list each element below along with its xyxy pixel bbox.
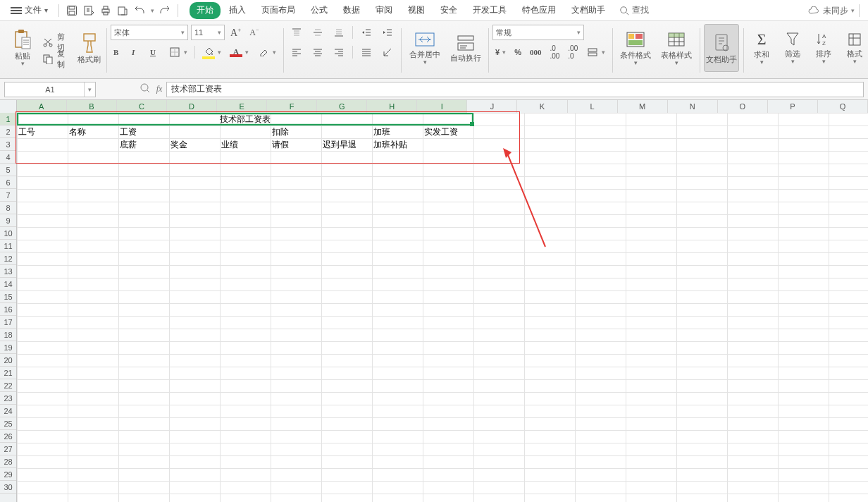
col-header-E[interactable]: E — [217, 100, 267, 113]
cell-C3[interactable]: 底薪 — [118, 138, 137, 151]
filter-button[interactable]: 筛选▾ — [779, 24, 807, 72]
align-right-button[interactable] — [330, 44, 348, 60]
col-header-Q[interactable]: Q — [818, 100, 868, 113]
col-header-J[interactable]: J — [467, 100, 517, 113]
col-header-B[interactable]: B — [67, 100, 117, 113]
cell-F3[interactable]: 请假 — [271, 138, 289, 151]
underline-button[interactable]: U — [147, 44, 163, 60]
print-icon[interactable] — [97, 2, 114, 19]
tab-data[interactable]: 数据 — [336, 2, 367, 19]
spreadsheet-grid[interactable]: ABCDEFGHIJKLMNOPQ 1234567891011121314151… — [0, 100, 868, 502]
col-header-G[interactable]: G — [317, 100, 367, 113]
col-header-P[interactable]: P — [768, 100, 818, 113]
row-header-14[interactable]: 14 — [0, 278, 16, 290]
align-bottom-button[interactable] — [330, 25, 348, 40]
percent-button[interactable]: % — [512, 44, 524, 60]
tab-review[interactable]: 审阅 — [368, 2, 399, 19]
export-icon[interactable] — [114, 2, 131, 19]
border-button[interactable]: ▾ — [166, 44, 190, 60]
file-menu-button[interactable]: 文件 ▾ — [4, 2, 54, 18]
row-header-19[interactable]: 19 — [0, 341, 16, 354]
row-header-28[interactable]: 28 — [0, 455, 16, 468]
row-header-12[interactable]: 12 — [0, 252, 16, 265]
font-name-combo[interactable]: 宋体▾ — [111, 25, 188, 40]
col-header-O[interactable]: O — [718, 100, 768, 113]
col-header-H[interactable]: H — [367, 100, 417, 113]
undo-dropdown[interactable]: ▾ — [148, 2, 156, 19]
row-header-4[interactable]: 4 — [0, 151, 16, 164]
cell-G3[interactable]: 迟到早退 — [321, 138, 356, 151]
orientation-button[interactable] — [378, 44, 397, 60]
col-header-N[interactable]: N — [668, 100, 718, 113]
increase-font-button[interactable]: A+ — [228, 25, 244, 40]
fx-icon[interactable]: fx — [152, 84, 166, 94]
chevron-down-icon[interactable]: ▾ — [84, 82, 95, 97]
name-box[interactable]: A1 ▾ — [4, 82, 96, 97]
align-center-button[interactable] — [309, 44, 327, 60]
row-header-7[interactable]: 7 — [0, 189, 16, 202]
align-top-button[interactable] — [287, 25, 306, 40]
align-middle-button[interactable] — [309, 25, 327, 40]
tab-start[interactable]: 开始 — [190, 2, 221, 19]
print-preview-icon[interactable] — [80, 2, 97, 19]
decrease-indent-button[interactable] — [357, 25, 376, 40]
col-header-A[interactable]: A — [17, 100, 67, 113]
row-header-11[interactable]: 11 — [0, 240, 16, 252]
justify-button[interactable] — [357, 44, 376, 60]
tab-insert[interactable]: 插入 — [222, 2, 253, 19]
row-header-15[interactable]: 15 — [0, 290, 16, 303]
col-header-M[interactable]: M — [618, 100, 668, 113]
save-icon[interactable] — [63, 2, 80, 19]
tab-view[interactable]: 视图 — [401, 2, 432, 19]
row-header-29[interactable]: 29 — [0, 468, 16, 481]
row-header-16[interactable]: 16 — [0, 303, 16, 316]
row-header-21[interactable]: 21 — [0, 367, 16, 379]
merge-center-button[interactable]: 合并居中▾ — [405, 24, 445, 72]
paste-button[interactable]: 粘贴 ▾ — [8, 24, 37, 72]
font-color-button[interactable]: A▾ — [227, 44, 252, 60]
search-button[interactable]: 查找 — [619, 4, 649, 16]
col-header-I[interactable]: I — [417, 100, 467, 113]
increase-decimal-button[interactable]: .0.00 — [547, 44, 562, 60]
fill-color-button[interactable]: ▾ — [199, 44, 224, 60]
formula-input[interactable]: 技术部工资表 — [166, 82, 864, 97]
tab-layout[interactable]: 页面布局 — [254, 2, 302, 19]
tab-special[interactable]: 特色应用 — [515, 2, 563, 19]
row-header-26[interactable]: 26 — [0, 430, 16, 443]
cells-area[interactable]: 技术部工资表 工号 名称 工资 扣除 加班 实发工资 底薪 奖金 业绩 请假 迟… — [17, 113, 868, 502]
comma-button[interactable]: 000 — [527, 44, 545, 60]
doc-helper-button[interactable]: 文档助手 — [704, 24, 739, 72]
row-header-5[interactable]: 5 — [0, 164, 16, 176]
select-all-corner[interactable] — [0, 100, 17, 113]
trace-icon[interactable] — [138, 83, 152, 95]
cut-button[interactable]: 剪切 — [39, 35, 73, 50]
tab-dev[interactable]: 开发工具 — [466, 2, 514, 19]
increase-indent-button[interactable] — [378, 25, 397, 40]
row-header-27[interactable]: 27 — [0, 443, 16, 455]
cell-title-merged[interactable]: 技术部工资表 — [17, 113, 473, 126]
format-button[interactable]: 格式▾ — [841, 24, 868, 72]
cell-type-button[interactable]: ▾ — [583, 44, 608, 60]
row-header-6[interactable]: 6 — [0, 176, 16, 189]
cell-A2[interactable]: 工号 — [17, 126, 35, 138]
cell-C2[interactable]: 工资 — [118, 126, 137, 138]
row-header-2[interactable]: 2 — [0, 126, 16, 138]
col-header-C[interactable]: C — [117, 100, 167, 113]
row-header-10[interactable]: 10 — [0, 227, 16, 240]
row-header-9[interactable]: 9 — [0, 214, 16, 227]
cell-H2[interactable]: 加班 — [372, 126, 390, 138]
row-header-24[interactable]: 24 — [0, 405, 16, 417]
tab-formula[interactable]: 公式 — [304, 2, 335, 19]
row-header-8[interactable]: 8 — [0, 202, 16, 214]
row-header-23[interactable]: 23 — [0, 392, 16, 405]
conditional-format-button[interactable]: 条件格式▾ — [616, 24, 655, 72]
decrease-decimal-button[interactable]: .00.0 — [565, 44, 581, 60]
sum-button[interactable]: Σ 求和▾ — [748, 24, 776, 72]
row-header-22[interactable]: 22 — [0, 379, 16, 392]
tab-doc-helper[interactable]: 文档助手 — [564, 2, 612, 19]
tab-security[interactable]: 安全 — [433, 2, 464, 19]
bold-button[interactable]: B — [111, 44, 126, 60]
italic-button[interactable]: I — [129, 44, 144, 60]
sort-button[interactable]: AZ 排序▾ — [810, 24, 838, 72]
row-header-25[interactable]: 25 — [0, 417, 16, 430]
